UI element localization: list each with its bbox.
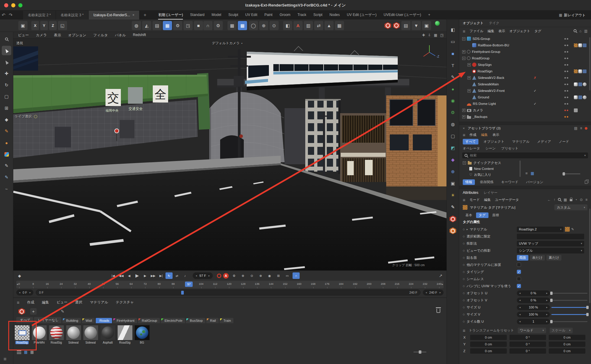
mirror-button[interactable]: ▥ xyxy=(304,21,313,30)
paint-setup-icon[interactable]: ✎ xyxy=(61,309,64,314)
close-tab-icon[interactable]: × xyxy=(132,13,134,17)
redshift-material-icon[interactable] xyxy=(449,214,457,223)
viewport-camera-label[interactable]: デフォルトカメラ▾ xyxy=(212,41,243,46)
material-thumbnail[interactable] xyxy=(134,325,150,340)
list-view-icon[interactable]: ≡ xyxy=(525,171,528,176)
attribute-dropdown[interactable]: UVW マップ▾ xyxy=(517,241,584,246)
add-cube-icon[interactable]: ■ xyxy=(449,49,457,58)
attribute-slider[interactable] xyxy=(551,307,587,308)
material-thumbnail[interactable] xyxy=(14,325,30,340)
object-manager-menu-item[interactable]: オブジェクト xyxy=(509,29,530,33)
grid-view-icon[interactable]: ▦ xyxy=(531,171,534,176)
material-link-field[interactable]: RoadSign.2▾ xyxy=(517,227,564,232)
model-mode-button[interactable]: ◭ xyxy=(142,21,151,30)
object-tree-row[interactable]: +SidewalkV2-Front✓ xyxy=(459,87,591,94)
next-frame-button[interactable]: ▶ xyxy=(142,272,149,279)
prev-key-button[interactable]: ◀◀ xyxy=(118,272,125,279)
render-view-button[interactable]: ▤ xyxy=(401,21,410,30)
attribute-slider[interactable] xyxy=(551,300,587,301)
preset-dropdown[interactable]: カスタム▾ xyxy=(554,204,587,210)
material-menu-item[interactable]: テクスチャ xyxy=(116,300,134,305)
material-menu-item[interactable]: 作成 xyxy=(27,300,34,305)
stepper-increment-icon[interactable]: ▸ xyxy=(546,320,548,323)
record-scale-button[interactable]: ⊗ xyxy=(257,272,264,279)
visibility-dots[interactable] xyxy=(564,38,568,40)
copy-icon[interactable] xyxy=(585,181,587,184)
text-tool-icon[interactable]: T xyxy=(449,61,457,70)
phong-tag-icon[interactable] xyxy=(574,82,578,86)
material-item[interactable]: Sidewal xyxy=(65,325,82,344)
panel-tab[interactable]: レイヤー xyxy=(484,191,498,195)
transform-menu-icon[interactable]: ≡ xyxy=(463,328,465,333)
ruler-scroll-left-icon[interactable]: ◂ xyxy=(17,282,18,286)
transform-value-field[interactable]: 0 cm xyxy=(470,348,507,354)
asset-zoom-slider[interactable] xyxy=(562,173,580,174)
cam-tag-icon[interactable] xyxy=(574,108,578,112)
cloth-ball-icon[interactable]: ● xyxy=(449,84,457,93)
back-icon[interactable]: ← xyxy=(547,198,551,202)
asset-info-tab[interactable]: キーワード xyxy=(499,179,521,185)
object-tree-row[interactable]: Ground xyxy=(459,94,591,100)
asset-tree-row[interactable]: −クイックアクセス xyxy=(459,160,521,166)
visibility-dots[interactable] xyxy=(564,84,568,85)
toggle-view-icon[interactable]: ◳ xyxy=(440,33,444,37)
camera-icon[interactable]: ▣ xyxy=(449,179,457,188)
tweak-tool[interactable] xyxy=(2,57,11,67)
redshift-material-button[interactable] xyxy=(18,308,25,315)
stepper-increment-icon[interactable]: ▸ xyxy=(546,313,548,316)
layout-tab[interactable]: 初期 (ユーザー) xyxy=(158,11,183,20)
object-tree-row[interactable]: RS Dome Light✓ xyxy=(459,100,591,107)
material-item[interactable]: RoadSig xyxy=(117,325,133,344)
segment-button[interactable]: 裏だけ xyxy=(546,255,561,261)
visibility-dots[interactable] xyxy=(564,45,568,46)
expand-caret-icon[interactable]: ▸ xyxy=(467,228,468,231)
restrict-selection-field[interactable] xyxy=(517,234,584,239)
enabled-check-icon[interactable]: ✓ xyxy=(534,89,536,93)
document-tab[interactable]: Izakaya-Ext-RenderS...× xyxy=(89,11,139,20)
stepper-decrement-icon[interactable]: ◂ xyxy=(519,313,521,316)
uvw-tag-icon[interactable] xyxy=(578,82,582,86)
viewport-menu-item[interactable]: ビュー xyxy=(18,33,29,38)
asset-search-field[interactable]: ▾ xyxy=(462,152,588,158)
record-rotation-button[interactable]: ⊙ xyxy=(248,272,255,279)
object-manager-menu-icon[interactable]: ≡ xyxy=(463,29,465,34)
asset-filter-tab[interactable]: オペレータ xyxy=(463,146,480,151)
object-tree-row[interactable]: +StopSign xyxy=(459,61,591,68)
object-manager-menu-item[interactable]: ファイル xyxy=(470,29,483,33)
status-dot[interactable] xyxy=(585,127,587,130)
axis-lock-x-button[interactable]: X xyxy=(31,21,39,30)
object-tree-row[interactable]: RailBase-Bottom-BU xyxy=(459,42,591,48)
expand-caret-icon[interactable]: + xyxy=(462,115,465,118)
material-thumbnail[interactable] xyxy=(32,325,47,340)
object-tree-row[interactable]: RoadSign xyxy=(459,68,591,74)
layer-tab[interactable]: すべて xyxy=(16,317,33,323)
texture-tag-icon[interactable] xyxy=(574,69,578,73)
expand-caret-icon[interactable]: − xyxy=(462,37,465,40)
visibility-dots[interactable] xyxy=(564,110,568,111)
panel-tab[interactable]: Attributes xyxy=(463,191,478,195)
asset-filter-tab[interactable]: シーン xyxy=(486,146,496,151)
material-menu-icon[interactable]: ≡ xyxy=(17,300,20,305)
attribute-stepper[interactable]: ◂0 %▸ xyxy=(517,298,550,303)
attributes-menu-item[interactable]: ユーザーデータ xyxy=(495,198,519,202)
make-editable-button[interactable]: ◍ xyxy=(132,21,141,30)
visibility-dots[interactable] xyxy=(564,77,568,79)
asset-menu-item[interactable]: 編集 xyxy=(481,133,488,137)
disabled-x-icon[interactable]: ✗ xyxy=(534,76,536,80)
goto-end-button[interactable]: ▶| xyxy=(158,272,165,279)
thumbnail-size-slider[interactable] xyxy=(413,352,426,352)
uvw-tag-icon[interactable] xyxy=(583,43,587,47)
attribute-checkbox[interactable]: ✓ xyxy=(517,270,521,274)
record-keyframe-button[interactable] xyxy=(217,274,221,278)
menu-icon[interactable]: ≡ xyxy=(580,126,582,130)
visibility-dots[interactable] xyxy=(564,90,568,92)
phong-tag-icon[interactable] xyxy=(578,69,582,73)
paint-tool[interactable]: ● xyxy=(2,138,11,147)
viewport-menu-item[interactable]: オプション xyxy=(68,33,86,38)
layout-tab[interactable]: UVEdit-User (ユーザー) xyxy=(384,11,421,20)
redshift-render-button[interactable] xyxy=(384,22,392,29)
grid-toggle-icon[interactable]: ▦ xyxy=(434,33,437,37)
transform-value-field[interactable]: 0 ° xyxy=(509,342,546,347)
autokey-button[interactable]: A xyxy=(223,273,229,279)
phong-tag-icon[interactable] xyxy=(574,95,578,99)
